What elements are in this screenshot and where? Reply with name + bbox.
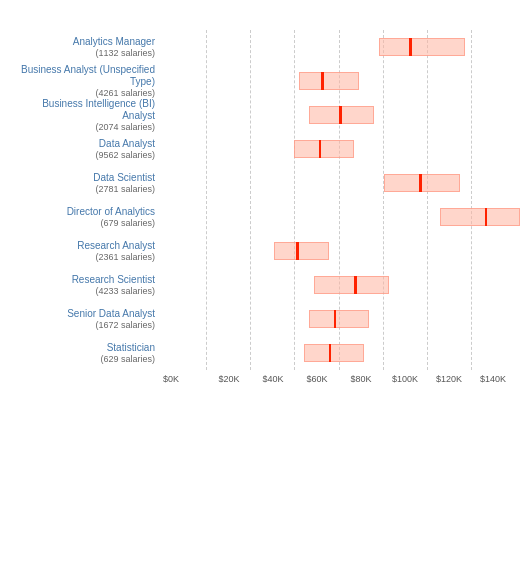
bar-range-8: [309, 310, 369, 328]
bar-median-3: [319, 140, 322, 158]
salary-count-6: (2361 salaries): [95, 252, 155, 262]
plot-area: [163, 30, 515, 370]
x-label-5: $100K: [383, 374, 427, 384]
y-label-9: Statistician(629 salaries): [15, 336, 163, 370]
salary-count-2: (2074 salaries): [95, 122, 155, 132]
chart-area: Analytics Manager(1132 salaries)Business…: [15, 30, 515, 370]
y-label-5: Director of Analytics(679 salaries): [15, 200, 163, 234]
y-label-2: Business Intelligence (BI) Analyst(2074 …: [15, 98, 163, 132]
job-title-6: Research Analyst: [77, 240, 155, 252]
bar-median-5: [485, 208, 488, 226]
bar-track-7: [163, 276, 515, 294]
bar-median-4: [419, 174, 422, 192]
bar-track-8: [163, 310, 515, 328]
y-label-7: Research Scientist(4233 salaries): [15, 268, 163, 302]
bar-row-2: [163, 98, 515, 132]
bar-range-3: [294, 140, 354, 158]
bar-range-1: [299, 72, 359, 90]
salary-count-4: (2781 salaries): [95, 184, 155, 194]
job-title-1: Business Analyst (Unspecified Type): [15, 64, 155, 88]
job-title-7: Research Scientist: [72, 274, 155, 286]
x-label-3: $60K: [295, 374, 339, 384]
x-label-7: $140K: [471, 374, 515, 384]
bar-range-7: [314, 276, 389, 294]
salary-count-5: (679 salaries): [100, 218, 155, 228]
bar-row-7: [163, 268, 515, 302]
salary-count-7: (4233 salaries): [95, 286, 155, 296]
bar-median-0: [409, 38, 412, 56]
y-label-6: Research Analyst(2361 salaries): [15, 234, 163, 268]
chart-container: Analytics Manager(1132 salaries)Business…: [15, 30, 515, 384]
bar-row-3: [163, 132, 515, 166]
job-title-8: Senior Data Analyst: [67, 308, 155, 320]
bar-row-4: [163, 166, 515, 200]
y-label-3: Data Analyst(9562 salaries): [15, 132, 163, 166]
job-title-2: Business Intelligence (BI) Analyst: [15, 98, 155, 122]
salary-count-9: (629 salaries): [100, 354, 155, 364]
y-label-4: Data Scientist(2781 salaries): [15, 166, 163, 200]
salary-count-8: (1672 salaries): [95, 320, 155, 330]
bar-row-1: [163, 64, 515, 98]
bar-track-5: [163, 208, 515, 226]
bar-row-9: [163, 336, 515, 370]
bar-range-6: [274, 242, 329, 260]
y-label-1: Business Analyst (Unspecified Type)(4261…: [15, 64, 163, 98]
bar-median-2: [339, 106, 342, 124]
salary-count-0: (1132 salaries): [95, 48, 155, 58]
bar-range-9: [304, 344, 364, 362]
bar-track-1: [163, 72, 515, 90]
bar-range-4: [384, 174, 459, 192]
job-title-5: Director of Analytics: [67, 206, 155, 218]
bar-median-8: [334, 310, 337, 328]
salary-count-1: (4261 salaries): [95, 88, 155, 98]
bar-track-2: [163, 106, 515, 124]
bar-range-5: [440, 208, 520, 226]
bar-row-6: [163, 234, 515, 268]
bar-track-4: [163, 174, 515, 192]
x-label-1: $20K: [207, 374, 251, 384]
bar-track-3: [163, 140, 515, 158]
bar-range-0: [379, 38, 464, 56]
bar-median-9: [329, 344, 332, 362]
y-label-8: Senior Data Analyst(1672 salaries): [15, 302, 163, 336]
x-label-2: $40K: [251, 374, 295, 384]
x-label-0: $0K: [163, 374, 207, 384]
bar-median-7: [354, 276, 357, 294]
y-label-0: Analytics Manager(1132 salaries): [15, 30, 163, 64]
bar-row-8: [163, 302, 515, 336]
x-label-4: $80K: [339, 374, 383, 384]
bar-median-6: [296, 242, 299, 260]
x-label-6: $120K: [427, 374, 471, 384]
job-title-4: Data Scientist: [93, 172, 155, 184]
bar-track-0: [163, 38, 515, 56]
bar-track-6: [163, 242, 515, 260]
bar-median-1: [321, 72, 324, 90]
bar-row-0: [163, 30, 515, 64]
bar-track-9: [163, 344, 515, 362]
bar-range-2: [309, 106, 374, 124]
job-title-9: Statistician: [107, 342, 155, 354]
bar-row-5: [163, 200, 515, 234]
x-axis: $0K$20K$40K$60K$80K$100K$120K$140K: [163, 370, 515, 384]
job-title-0: Analytics Manager: [73, 36, 155, 48]
y-axis-labels: Analytics Manager(1132 salaries)Business…: [15, 30, 163, 370]
job-title-3: Data Analyst: [99, 138, 155, 150]
salary-count-3: (9562 salaries): [95, 150, 155, 160]
